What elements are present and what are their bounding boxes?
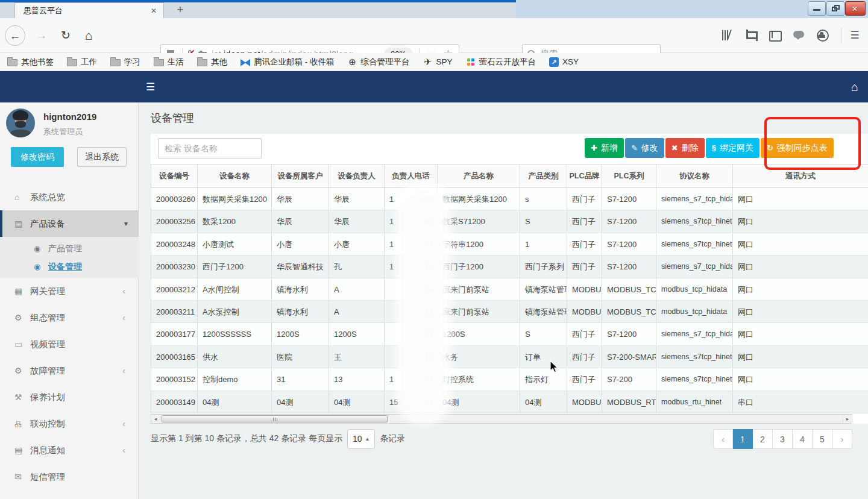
column-header-设备名称[interactable]: 设备名称 bbox=[198, 165, 272, 187]
cell-设备所属客户: 镇海水利 bbox=[272, 278, 329, 300]
gears-icon bbox=[14, 304, 30, 331]
column-header-设备负责人[interactable]: 设备负责人 bbox=[329, 165, 385, 187]
column-header-PLC品牌[interactable]: PLC品牌 bbox=[567, 165, 602, 187]
change-password-button[interactable]: 修改密码 bbox=[11, 147, 64, 167]
cell-通讯方式: 网口 bbox=[733, 368, 868, 390]
account-icon[interactable] bbox=[814, 27, 831, 44]
toolbar-button-新增[interactable]: 新增 bbox=[585, 138, 624, 158]
cell-PLC品牌: 西门子 bbox=[567, 368, 602, 390]
bookmark-item[interactable]: 其他书签 bbox=[7, 57, 54, 67]
table-row[interactable]: 200003256数采1200华辰华辰104数采S71200S西门子S7-120… bbox=[151, 210, 868, 233]
column-header-PLC系列[interactable]: PLC系列 bbox=[602, 165, 656, 187]
gateway-icon bbox=[14, 278, 30, 304]
cell-协议名称: modbus_rtu_hinet bbox=[656, 391, 733, 413]
sidebar-item-组态管理[interactable]: 组态管理 bbox=[0, 304, 139, 331]
pager-page-3[interactable]: 3 bbox=[773, 429, 793, 449]
window-restore-button[interactable] bbox=[826, 1, 844, 16]
toolbar-button-绑定网关[interactable]: 绑定网关 bbox=[706, 138, 760, 158]
column-header-产品名称[interactable]: 产品名称 bbox=[438, 165, 520, 187]
bookmark-item[interactable]: XSY bbox=[549, 57, 579, 67]
scroll-left-arrow-icon[interactable] bbox=[151, 415, 160, 423]
scrollbar-thumb[interactable] bbox=[162, 415, 388, 422]
bookmark-label: 其他书签 bbox=[21, 57, 54, 67]
table-row[interactable]: 200003230西门子1200华辰智通科技孔131西门子1200西门子系列西门… bbox=[151, 256, 868, 278]
sidebar-subitem-产品管理[interactable]: 产品管理 bbox=[0, 239, 139, 257]
tab-close-icon[interactable] bbox=[149, 6, 159, 16]
sidebar-subitem-设备管理[interactable]: 设备管理 bbox=[0, 257, 139, 275]
scroll-right-arrow-icon[interactable] bbox=[843, 415, 852, 423]
window-minimize-button[interactable] bbox=[808, 1, 826, 16]
table-row[interactable]: 200003211A水泵控制镇海水利A33庶来门前泵站镇海泵站管理MODBUSM… bbox=[151, 301, 868, 323]
cell-通讯方式: 网口 bbox=[733, 278, 868, 300]
table-row[interactable]: 200003165供水医院王41水务订单西门子S7-200-SMARTsieme… bbox=[151, 346, 868, 368]
browser-home-button[interactable] bbox=[78, 25, 99, 46]
pager-page-2[interactable]: 2 bbox=[753, 429, 773, 449]
menu-icon[interactable] bbox=[846, 27, 863, 44]
logout-button[interactable]: 退出系统 bbox=[77, 147, 127, 167]
device-search-input[interactable] bbox=[158, 138, 262, 158]
pager-next[interactable]: › bbox=[832, 429, 852, 449]
pager: ‹12345› bbox=[713, 429, 852, 449]
bookmark-item[interactable]: 生活 bbox=[154, 57, 184, 67]
library-icon[interactable] bbox=[719, 27, 735, 44]
bookmark-label: 腾讯企业邮箱 - 收件箱 bbox=[254, 57, 335, 67]
sidebar-item-保养计划[interactable]: 保养计划 bbox=[0, 384, 139, 410]
cell-PLC品牌: MODBUS bbox=[567, 278, 602, 300]
bookmark-item[interactable]: SPY bbox=[423, 57, 453, 67]
screenshot-icon[interactable] bbox=[742, 27, 759, 44]
cell-设备编号: 200003248 bbox=[151, 233, 198, 255]
sidebar-item-产品设备[interactable]: 产品设备 bbox=[0, 210, 139, 237]
column-header-协议名称[interactable]: 协议名称 bbox=[656, 165, 733, 187]
sidebar-item-短信管理[interactable]: 短信管理 bbox=[0, 463, 139, 490]
bookmark-item[interactable]: 其他 bbox=[197, 57, 227, 67]
table-row[interactable]: 200003248小唐测试小唐小唐10字符串12001西门子S7-1200sie… bbox=[151, 233, 868, 256]
table-row[interactable]: 2000031771200SSSSSS1200S1200S881200SS西门子… bbox=[151, 323, 868, 345]
horizontal-scrollbar[interactable] bbox=[151, 414, 852, 424]
table-row[interactable]: 200003152控制demo311318灯控系统指示灯西门子S7-200sie… bbox=[151, 368, 868, 391]
bookmark-label: 工作 bbox=[81, 57, 97, 67]
pager-page-1[interactable]: 1 bbox=[733, 429, 753, 449]
new-tab-button[interactable] bbox=[172, 2, 188, 17]
column-header-产品类别[interactable]: 产品类别 bbox=[520, 165, 567, 187]
cell-PLC品牌: 西门子 bbox=[567, 346, 602, 368]
column-header-设备编号[interactable]: 设备编号 bbox=[151, 165, 198, 187]
column-header-设备所属客户[interactable]: 设备所属客户 bbox=[272, 165, 329, 187]
browser-titlebar: 思普云平台 bbox=[0, 0, 868, 18]
pager-prev[interactable]: ‹ bbox=[713, 429, 733, 449]
table-row[interactable]: 20000314904测04测04测15804测04测MODBUSMODBUS_… bbox=[151, 391, 868, 413]
toolbar-button-删除[interactable]: 删除 bbox=[665, 138, 705, 158]
pager-page-5[interactable]: 5 bbox=[813, 429, 832, 449]
sidebar-item-系统总览[interactable]: 系统总览 bbox=[0, 184, 139, 210]
sidebar-toggle-icon[interactable] bbox=[146, 81, 155, 93]
cell-设备所属客户: 华辰 bbox=[272, 210, 329, 232]
app-home-icon[interactable] bbox=[851, 80, 858, 94]
browser-tab[interactable]: 思普云平台 bbox=[14, 2, 164, 18]
cell-通讯方式: 网口 bbox=[733, 233, 868, 255]
sidebars-icon[interactable] bbox=[766, 27, 783, 44]
sidebar-item-联动控制[interactable]: 联动控制 bbox=[0, 410, 139, 437]
sidebar-item-视频管理[interactable]: 视频管理 bbox=[0, 331, 139, 357]
window-close-button[interactable] bbox=[845, 1, 866, 16]
bookmark-item[interactable]: 腾讯企业邮箱 - 收件箱 bbox=[241, 57, 335, 67]
toolbar-button-label: 新增 bbox=[601, 143, 618, 154]
reload-button[interactable] bbox=[55, 25, 76, 46]
bookmark-item[interactable]: 综合管理平台 bbox=[348, 57, 410, 67]
bookmark-item[interactable]: 学习 bbox=[110, 57, 140, 67]
table-row[interactable]: 200003212A水闸控制镇海水利A33庶来门前泵站镇海泵站管理MODBUSM… bbox=[151, 278, 868, 301]
sidebar-item-故障管理[interactable]: 故障管理 bbox=[0, 357, 139, 384]
cell-PLC品牌: MODBUS bbox=[567, 391, 602, 413]
pager-page-4[interactable]: 4 bbox=[793, 429, 813, 449]
cell-设备所属客户: 31 bbox=[272, 368, 329, 390]
back-button[interactable] bbox=[5, 25, 25, 46]
chat-icon[interactable] bbox=[790, 27, 807, 44]
sidebar-item-车间管理[interactable]: 车间管理 bbox=[0, 490, 139, 499]
tencent-mail-favicon bbox=[241, 57, 250, 67]
bookmark-item[interactable]: 萤石云开放平台 bbox=[466, 57, 536, 67]
table-row[interactable]: 200003260数据网关采集1200华辰华辰104数据网关采集1200s西门子… bbox=[151, 188, 868, 210]
page-size-select[interactable]: 10 bbox=[347, 429, 375, 449]
sidebar-item-网关管理[interactable]: 网关管理 bbox=[0, 278, 139, 304]
sidebar-item-消息通知[interactable]: 消息通知 bbox=[0, 437, 139, 463]
bookmark-item[interactable]: 工作 bbox=[67, 57, 97, 67]
toolbar-button-修改[interactable]: 修改 bbox=[625, 138, 664, 158]
cell-设备所属客户: 华辰 bbox=[272, 188, 329, 210]
